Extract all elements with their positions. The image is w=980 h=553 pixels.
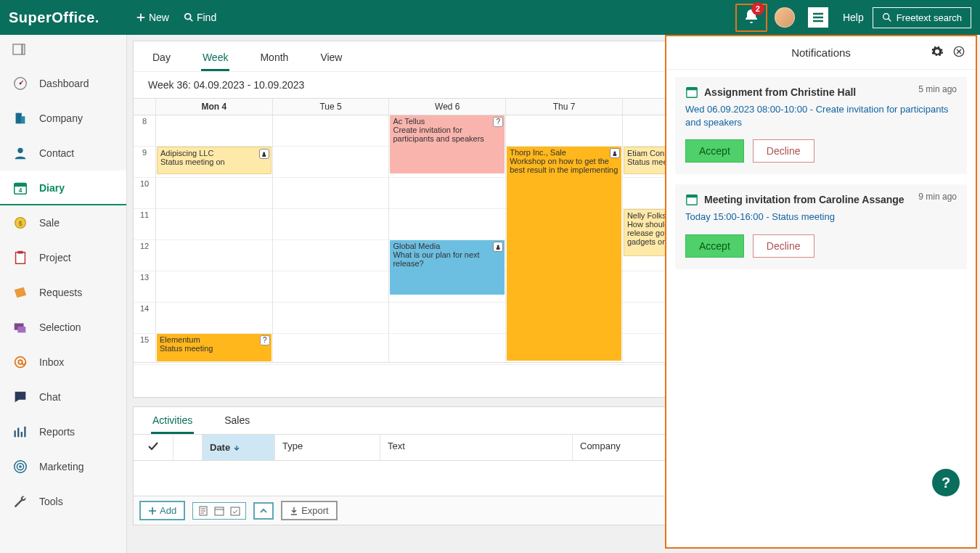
help-fab[interactable]: ? (932, 469, 960, 496)
sidenav-project[interactable]: Project (0, 240, 126, 275)
notif-description[interactable]: Wed 06.09.2023 08:00-10:00 - Create invi… (685, 103, 957, 129)
tab-week[interactable]: Week (201, 49, 230, 71)
tab-day[interactable]: Day (151, 49, 172, 71)
sidenav-selection[interactable]: Selection (0, 310, 126, 345)
notifications-title: Notifications (791, 46, 851, 59)
chevron-up-button[interactable] (253, 502, 274, 520)
find-label: Find (197, 12, 216, 23)
event-mon-adipiscing[interactable]: Adipiscing LLC Status meeting on (157, 147, 271, 174)
sidenav-label: Marketing (39, 461, 83, 472)
gauge-icon (12, 75, 29, 92)
export-button[interactable]: Export (281, 501, 338, 520)
sidenav-label: Dashboard (39, 78, 89, 89)
new-followup-group[interactable] (192, 502, 246, 520)
search-icon (882, 12, 892, 22)
settings-button[interactable] (931, 45, 944, 60)
sidenav-diary[interactable]: 4Diary (0, 171, 126, 205)
notif-title: Assignment from Christine Hall (704, 86, 856, 98)
svg-rect-3 (23, 44, 25, 54)
calendar-icon: 4 (12, 179, 29, 197)
selection-icon (12, 319, 29, 336)
hour-14: 14 (134, 303, 155, 334)
sidenav-reports[interactable]: Reports (0, 414, 126, 449)
th-text[interactable]: Text (380, 435, 573, 460)
close-icon (952, 45, 965, 58)
wrench-icon (12, 493, 29, 510)
chart-icon (12, 423, 29, 441)
event-title: Ac Tellus (393, 117, 502, 126)
event-wed-actellus[interactable]: ? Ac Tellus Create invitation for partic… (390, 115, 505, 173)
close-button[interactable] (952, 45, 965, 60)
notif-description[interactable]: Today 15:00-16:00 - Status meeting (685, 210, 957, 224)
person-icon (610, 148, 620, 158)
th-type[interactable]: Type (275, 435, 380, 460)
sidenav-dashboard[interactable]: Dashboard (0, 66, 126, 101)
calendar-icon (685, 193, 698, 206)
sidenav-requests[interactable]: Requests (0, 275, 126, 310)
calendar-icon (213, 505, 225, 517)
notification-badge: 2 (751, 2, 764, 15)
notifications-button[interactable]: 2 (735, 4, 767, 32)
accept-button[interactable]: Accept (685, 139, 744, 163)
decline-button[interactable]: Decline (753, 234, 814, 258)
notification-card[interactable]: 9 min ago Meeting invitation from Caroli… (675, 184, 967, 269)
event-sub: Status meeting (160, 344, 269, 353)
help-link[interactable]: Help (843, 12, 864, 23)
sidenav-sale[interactable]: $Sale (0, 205, 126, 240)
th-date[interactable]: Date (203, 435, 275, 460)
main-menu-button[interactable] (808, 7, 828, 28)
svg-point-1 (883, 14, 889, 20)
svg-rect-30 (687, 195, 697, 198)
sidenav-label: Company (39, 112, 83, 124)
sidenav-label: Chat (39, 391, 61, 403)
add-button[interactable]: Add (139, 501, 185, 520)
sidenav-chat[interactable]: Chat (0, 380, 126, 414)
event-wed-globalmedia[interactable]: Global Media What is our plan for next r… (390, 240, 505, 295)
logo: SuperOffice. (9, 9, 99, 26)
clipboard-icon (12, 249, 29, 266)
event-mon-elementum[interactable]: ? Elementum Status meeting (157, 334, 271, 361)
daycol-thu[interactable]: Thorp Inc., Sale Workshop on how to get … (505, 115, 622, 362)
notif-title: Meeting invitation from Caroline Assange (704, 194, 905, 205)
dayhead-tue[interactable]: Tue 5 (272, 99, 389, 115)
daycol-wed[interactable]: ? Ac Tellus Create invitation for partic… (388, 115, 505, 362)
svg-rect-15 (17, 251, 23, 254)
th-blank[interactable] (173, 435, 203, 460)
notification-card[interactable]: 5 min ago Assignment from Christine Hall… (675, 77, 967, 174)
sidenav-contact[interactable]: Contact (0, 136, 126, 171)
dayhead-mon[interactable]: Mon 4 (155, 99, 272, 115)
sidenav-tools[interactable]: Tools (0, 484, 126, 519)
freetext-search[interactable]: Freetext search (873, 7, 971, 28)
tab-activities[interactable]: Activities (151, 413, 194, 434)
svg-rect-28 (687, 88, 697, 91)
dayhead-thu[interactable]: Thu 7 (505, 99, 622, 115)
event-title: Global Media (393, 242, 502, 250)
person-icon (12, 144, 29, 162)
freetext-label: Freetext search (897, 12, 962, 23)
avatar[interactable] (775, 7, 795, 28)
decline-button[interactable]: Decline (753, 139, 814, 163)
navigator-icon[interactable] (0, 35, 126, 66)
notif-time: 9 min ago (918, 192, 957, 202)
new-button[interactable]: New (128, 7, 176, 28)
daycol-tue[interactable] (272, 115, 389, 362)
sidenav-company[interactable]: Company (0, 101, 126, 136)
event-sub: What is our plan for next release? (393, 250, 502, 268)
dayhead-wed[interactable]: Wed 6 (388, 99, 505, 115)
accept-button[interactable]: Accept (685, 234, 744, 258)
svg-rect-14 (16, 253, 25, 264)
th-check[interactable] (134, 435, 173, 460)
sidenav-marketing[interactable]: Marketing (0, 449, 126, 484)
daycol-mon[interactable]: Adipiscing LLC Status meeting on ? Eleme… (155, 115, 272, 362)
event-thu-thorp[interactable]: Thorp Inc., Sale Workshop on how to get … (507, 147, 621, 361)
tab-view[interactable]: View (319, 49, 343, 71)
sidenav-inbox[interactable]: Inbox (0, 345, 126, 380)
event-sub: Status meeting on (160, 157, 268, 166)
svg-point-0 (185, 14, 191, 20)
side-nav: Dashboard Company Contact 4Diary $Sale P… (0, 35, 127, 553)
tab-sales[interactable]: Sales (223, 413, 251, 434)
find-button[interactable]: Find (176, 7, 224, 28)
tab-month[interactable]: Month (258, 49, 290, 71)
at-icon (12, 353, 29, 371)
chat-icon (12, 388, 29, 406)
